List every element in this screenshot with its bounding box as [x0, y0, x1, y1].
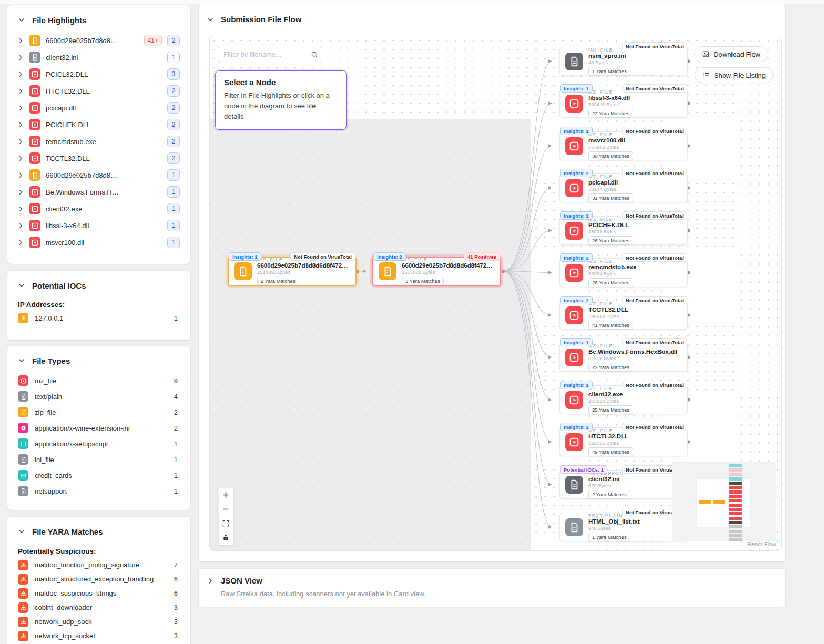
- file-type-row[interactable]: mz_file 9: [18, 373, 180, 389]
- yara-matches-chip[interactable]: 2 Yara Matches: [588, 490, 630, 499]
- file-type-row[interactable]: text/plain 4: [18, 389, 180, 404]
- ioc-value: 127.0.0.1: [35, 314, 168, 322]
- chevron-right-icon[interactable]: [18, 240, 24, 246]
- yara-matches-chip[interactable]: 26 Yara Matches: [588, 236, 633, 245]
- show-file-listing-button[interactable]: Show File Listing: [695, 67, 774, 83]
- chevron-right-icon[interactable]: [18, 38, 24, 44]
- chevron-down-icon[interactable]: [18, 357, 25, 364]
- file-highlight-row[interactable]: client32.exe 1: [18, 200, 180, 217]
- filter-input[interactable]: [218, 46, 307, 63]
- chevron-down-icon[interactable]: [207, 16, 214, 23]
- chevron-down-icon[interactable]: [18, 16, 25, 24]
- chevron-right-icon[interactable]: [18, 206, 24, 212]
- flow-node-file[interactable]: Not Found on VirusTotal TEXT/PLAIN HTML_…: [559, 513, 688, 541]
- chevron-right-icon[interactable]: [18, 156, 24, 161]
- chevron-right-icon[interactable]: [18, 88, 24, 94]
- yara-matches-chip[interactable]: 1 Yara Matches: [588, 533, 630, 541]
- flow-node-file[interactable]: Insights: 2 Not Found on VirusTotal MZ_F…: [559, 301, 688, 330]
- yara-row[interactable]: cobint_downloader 3: [18, 600, 180, 615]
- chevron-right-icon[interactable]: [18, 189, 24, 195]
- file-highlight-row[interactable]: pcicapi.dll 2: [18, 99, 180, 116]
- warning-icon: [18, 588, 28, 599]
- file-highlight-row[interactable]: PCICL32.DLL 3: [18, 66, 180, 83]
- yara-matches-chip[interactable]: 25 Yara Matches: [588, 405, 633, 414]
- flow-node-file[interactable]: Insights: 2 Not Found on VirusTotal MZ_F…: [559, 258, 688, 287]
- flow-node-zip-extracted[interactable]: Insights: 2 41 Positives ZIP_FILE 6600d2…: [372, 257, 501, 286]
- count-badge: 1: [167, 220, 180, 231]
- fit-view-button[interactable]: [219, 516, 233, 530]
- lock-button[interactable]: [219, 530, 233, 545]
- flow-node-file[interactable]: Insights: 1 Not Found on VirusTotal MZ_F…: [559, 385, 688, 414]
- flow-node-zip-parent[interactable]: Insights: 1 Not Found on VirusTotal ZIP_…: [228, 257, 357, 286]
- chevron-right-icon[interactable]: [18, 105, 24, 111]
- mz-file-icon: [565, 179, 583, 197]
- flow-node-file[interactable]: Insights: 1 Not Found on VirusTotal MZ_F…: [559, 343, 688, 372]
- flow-canvas[interactable]: Select a Node Filter in File Highlights …: [209, 36, 782, 551]
- file-highlight-row[interactable]: msvcr100.dll 1: [18, 234, 180, 251]
- file-types-list: mz_file 9 text/plain 4 zip_file 2 A appl…: [18, 373, 180, 499]
- file-type-name: application/x-wine-extension-ini: [35, 424, 168, 432]
- yara-row[interactable]: maldoc_structured_exception_handling 6: [18, 572, 180, 586]
- file-highlight-row[interactable]: libssl-3-x64.dll 1: [18, 217, 180, 234]
- ioc-row[interactable]: 127.0.0.1 1: [18, 310, 180, 326]
- file-highlight-row[interactable]: PCICHEK.DLL 2: [18, 116, 180, 133]
- flow-node-file[interactable]: Insights: 1 Not Found on VirusTotal MZ_F…: [559, 89, 688, 118]
- mz-file-icon: [29, 237, 40, 248]
- flow-node-file[interactable]: Insights: 2 Not Found on VirusTotal MZ_F…: [559, 216, 688, 245]
- flow-minimap[interactable]: [672, 462, 776, 541]
- yara-matches-chip[interactable]: 22 Yara Matches: [588, 363, 633, 372]
- chevron-right-icon[interactable]: [18, 139, 24, 145]
- chevron-right-icon[interactable]: [18, 71, 24, 77]
- flow-node-file[interactable]: Insights: 2 Not Found on VirusTotal MZ_F…: [559, 173, 688, 202]
- node-file-name: Be.Windows.Forms.HexBox.dll: [588, 349, 677, 355]
- file-type-row[interactable]: zip_file 2: [18, 404, 180, 420]
- file-highlight-row[interactable]: 6600d29e025b7d8d8d6d8f472685b9f800e34182…: [18, 167, 180, 183]
- yara-matches-chip[interactable]: 22 Yara Matches: [588, 109, 633, 118]
- file-highlight-row[interactable]: HTCTL32.DLL 2: [18, 83, 180, 99]
- count-badge: 1: [167, 52, 180, 63]
- file-type-row[interactable]: ini_file 1: [18, 452, 180, 467]
- count-badge: 2: [167, 102, 180, 114]
- yara-row[interactable]: network_udp_sock 3: [18, 615, 180, 629]
- chevron-right-icon[interactable]: [18, 122, 24, 128]
- yara-matches-chip[interactable]: 49 Yara Matches: [588, 447, 633, 456]
- yara-matches-chip[interactable]: 30 Yara Matches: [588, 151, 633, 160]
- yara-matches-chip[interactable]: 26 Yara Matches: [588, 278, 633, 287]
- doc-file-icon: [18, 486, 28, 496]
- file-highlight-row[interactable]: TCCTL32.DLL 2: [18, 150, 180, 167]
- zoom-in-button[interactable]: [219, 488, 233, 502]
- flow-node-file[interactable]: Not Found on VirusTotal INI_FILE nsm_vpr…: [559, 47, 688, 76]
- file-type-row[interactable]: A application/x-wine-extension-ini 2: [18, 420, 180, 436]
- yara-rule-name: network_tcp_socket: [35, 632, 168, 640]
- chevron-right-icon[interactable]: [18, 223, 24, 229]
- chevron-down-icon[interactable]: [18, 282, 25, 289]
- count-badge: 1: [167, 237, 180, 248]
- file-highlight-row[interactable]: 6600d29e025b7d8d8d6d8f472685b9f800e34182…: [18, 32, 180, 49]
- flow-node-file[interactable]: Potential IOCs: 1 Not Found on VirusTota…: [559, 470, 688, 499]
- yara-matches-chip[interactable]: 41 Yara Matches: [588, 321, 633, 330]
- yara-row[interactable]: network_tcp_socket 3: [18, 629, 180, 643]
- yara-matches-chip[interactable]: 31 Yara Matches: [588, 193, 633, 202]
- flow-node-file[interactable]: Insights: 2 Not Found on VirusTotal MZ_F…: [559, 427, 688, 456]
- yara-row[interactable]: maldoc_function_prolog_signature 7: [18, 558, 180, 572]
- flow-node-file[interactable]: Insights: 1 Not Found on VirusTotal MZ_F…: [559, 131, 688, 160]
- file-highlight-row[interactable]: remcmdstub.exe 2: [18, 133, 180, 150]
- yara-matches-chip[interactable]: 1 Yara Matches: [588, 67, 630, 76]
- search-button[interactable]: [307, 46, 322, 63]
- chevron-right-icon[interactable]: [18, 55, 24, 60]
- section-title: Potential IOCs: [32, 281, 86, 290]
- yara-matches-chip[interactable]: 2 Yara Matches: [257, 277, 299, 285]
- chevron-down-icon[interactable]: [18, 528, 25, 535]
- node-file-name: nsm_vpro.ini: [588, 53, 630, 59]
- file-type-row[interactable]: credit_cards 1: [18, 467, 180, 483]
- chevron-right-icon[interactable]: [207, 577, 214, 585]
- file-type-row[interactable]: netsupport 1: [18, 483, 180, 499]
- file-highlight-row[interactable]: client32.ini 1: [18, 49, 180, 66]
- zoom-out-button[interactable]: [219, 502, 233, 516]
- chevron-right-icon[interactable]: [18, 172, 24, 178]
- file-highlight-row[interactable]: Be.Windows.Forms.HexBox.dll 1: [18, 183, 180, 200]
- file-type-row[interactable]: application/x-setupscript 1: [18, 436, 180, 452]
- download-flow-button[interactable]: Download Flow: [694, 46, 768, 62]
- yara-row[interactable]: maldoc_suspicious_strings 6: [18, 586, 180, 600]
- yara-matches-chip[interactable]: 3 Yara Matches: [402, 277, 444, 285]
